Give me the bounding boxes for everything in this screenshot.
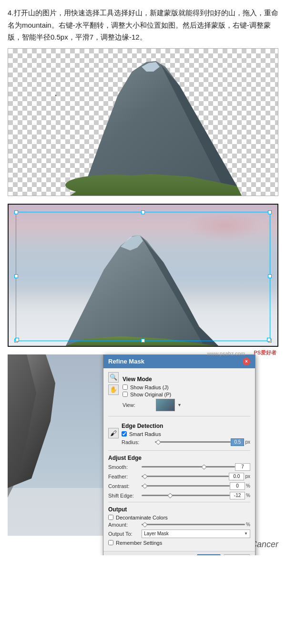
contrast-row: Contrast: 0 % bbox=[108, 482, 250, 490]
decontaminate-label: Decontaminate Colors bbox=[116, 515, 168, 520]
radius-label: Radius: bbox=[122, 439, 155, 445]
brush-icon[interactable]: 🖌 bbox=[108, 428, 119, 438]
edge-detection-label: Edge Detection bbox=[122, 423, 250, 429]
shift-edge-label: Shift Edge: bbox=[108, 493, 142, 499]
decontaminate-checkbox[interactable] bbox=[108, 515, 113, 520]
tool-icons-panel: 🔍 ✋ bbox=[108, 372, 119, 395]
mountain-transparent-section bbox=[8, 48, 278, 196]
shift-edge-slider[interactable] bbox=[142, 495, 230, 496]
view-mode-label: View Mode bbox=[123, 376, 250, 383]
show-original-row: Show Original (P) bbox=[123, 392, 250, 397]
show-original-label: Show Original (P) bbox=[130, 392, 171, 397]
cancel-button[interactable]: Cancel bbox=[224, 554, 250, 555]
watermark-ps: www.psahz.com bbox=[207, 351, 245, 356]
amount-label: Amount: bbox=[108, 522, 142, 528]
smooth-row: Smooth: 7 bbox=[108, 463, 250, 471]
svg-point-5 bbox=[55, 94, 57, 96]
show-radius-label: Show Radius (J) bbox=[130, 384, 169, 390]
smart-radius-label: Smart Radius bbox=[129, 431, 161, 437]
output-label: Output bbox=[108, 506, 250, 513]
contrast-label: Contrast: bbox=[108, 483, 142, 489]
sky-canvas bbox=[8, 204, 278, 347]
output-to-select[interactable]: Layer Mask ▼ bbox=[142, 530, 250, 538]
radius-unit: px bbox=[245, 439, 250, 445]
show-original-checkbox[interactable] bbox=[123, 392, 128, 397]
feather-slider[interactable] bbox=[142, 476, 229, 477]
smooth-label: Smooth: bbox=[108, 464, 142, 470]
view-mode-panel: View Mode Show Radius (J) Show Original … bbox=[123, 372, 250, 413]
amount-slider[interactable] bbox=[142, 524, 245, 525]
transparent-canvas bbox=[8, 48, 278, 196]
svg-rect-11 bbox=[8, 488, 112, 536]
view-thumbnail[interactable] bbox=[156, 399, 175, 411]
remember-checkbox[interactable] bbox=[108, 540, 113, 545]
output-to-value: Layer Mask bbox=[144, 531, 169, 536]
mountain-illustration-2 bbox=[37, 227, 228, 346]
select-arrow-icon: ▼ bbox=[244, 531, 248, 536]
show-radius-row: Show Radius (J) bbox=[123, 384, 250, 390]
corner-marker-br bbox=[267, 338, 271, 342]
smart-radius-checkbox[interactable] bbox=[122, 431, 127, 436]
decontaminate-row: Decontaminate Colors bbox=[108, 515, 250, 520]
feather-unit: px bbox=[245, 474, 250, 479]
output-to-label: Output To: bbox=[108, 531, 142, 537]
ok-button[interactable]: OK bbox=[197, 554, 221, 555]
show-radius-checkbox[interactable] bbox=[123, 384, 128, 390]
mountain-bg-panel bbox=[8, 354, 112, 536]
amount-unit: % bbox=[246, 522, 250, 527]
feather-value: 0.0 bbox=[229, 473, 244, 480]
mountain-bg-svg bbox=[8, 354, 112, 536]
intro-paragraph: 4.打开山的图片，用快速选择工具选择好山，新建蒙版就能得到扣好的山，拖入，重命名… bbox=[0, 0, 286, 48]
divider-3 bbox=[108, 502, 250, 502]
contrast-value: 0 bbox=[230, 482, 245, 490]
remember-row: Remember Settings bbox=[108, 540, 250, 546]
smooth-value: 7 bbox=[235, 463, 250, 471]
shift-edge-value: -12 bbox=[230, 492, 245, 499]
watermark-site: PS爱好者 bbox=[254, 349, 276, 356]
feather-label: Feather: bbox=[108, 474, 142, 479]
radius-slider[interactable] bbox=[155, 441, 231, 443]
amount-row: Amount: % bbox=[108, 522, 250, 528]
view-row: View: ▼ bbox=[123, 399, 250, 411]
output-to-row: Output To: Layer Mask ▼ bbox=[108, 530, 250, 538]
shift-edge-unit: % bbox=[246, 493, 250, 498]
refine-mask-dialog[interactable]: Refine Mask × 🔍 ✋ View Mode Show Radius … bbox=[103, 354, 255, 555]
refine-mask-section: Refine Mask × 🔍 ✋ View Mode Show Radius … bbox=[8, 354, 278, 536]
shift-edge-row: Shift Edge: -12 % bbox=[108, 492, 250, 499]
radius-value: 0.5 bbox=[231, 438, 244, 446]
dialog-footer: OK Cancel bbox=[103, 551, 255, 555]
dialog-body: 🔍 ✋ View Mode Show Radius (J) Show Origi… bbox=[103, 368, 255, 551]
feather-row: Feather: 0.0 px bbox=[108, 473, 250, 480]
remember-label: Remember Settings bbox=[116, 540, 162, 546]
mountain-sky-section bbox=[8, 204, 278, 347]
corner-marker-bl bbox=[15, 338, 19, 342]
hand-tool-icon[interactable]: ✋ bbox=[108, 384, 119, 395]
contrast-slider[interactable] bbox=[142, 485, 230, 487]
edge-detection-panel: Edge Detection Smart Radius Radius: 0.5 bbox=[122, 419, 250, 448]
divider-1 bbox=[108, 416, 250, 416]
zoom-tool-icon[interactable]: 🔍 bbox=[108, 372, 119, 383]
smooth-slider[interactable] bbox=[142, 466, 235, 467]
mountain-illustration-1 bbox=[8, 48, 278, 196]
view-label: View: bbox=[123, 402, 156, 408]
contrast-unit: % bbox=[246, 483, 250, 488]
radius-row: Radius: 0.5 px bbox=[122, 438, 250, 446]
smart-radius-row: Smart Radius bbox=[122, 431, 250, 437]
view-arrow: ▼ bbox=[177, 403, 182, 407]
bottom-bar: www.psahz.com PS爱好者 bbox=[8, 354, 278, 360]
divider-2 bbox=[108, 450, 250, 451]
adjust-edge-label: Adjust Edge bbox=[108, 455, 250, 461]
